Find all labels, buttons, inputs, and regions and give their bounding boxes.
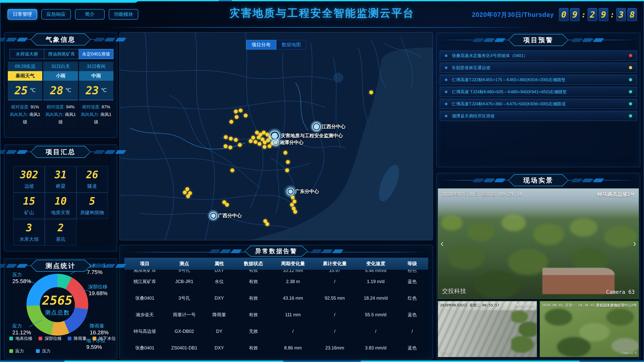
project-dot-marker[interactable] xyxy=(183,191,187,194)
stat-slope: 302边坡 xyxy=(13,166,45,193)
table-row[interactable]: 张桑0401ZS0401-DB1 DXY有效 8.86 mm23.16mm 3.… xyxy=(124,340,428,356)
callout-deep-displacement: 深部位移19.68% xyxy=(88,284,107,297)
project-dot-marker[interactable] xyxy=(186,194,190,198)
project-dot-marker[interactable] xyxy=(185,187,189,191)
project-dot-marker[interactable] xyxy=(265,133,269,137)
thumb-brand: 交投科技 xyxy=(440,350,454,355)
project-dot-marker[interactable] xyxy=(369,90,373,94)
project-dot-marker[interactable] xyxy=(257,135,261,139)
camera-thumb-grass[interactable]: 2020-06-01 星期一 18:36:41 娄底固体废物处理中心2号 Cam… xyxy=(540,301,639,357)
weather-time: 31日夜间 xyxy=(79,62,113,71)
chart-legend-row1: 地表位移 深部位移 降雨量 地下水位 xyxy=(9,336,115,341)
weather-site-tabs: 水府庙大桥 滑油洞尾矿库 永定0401滑坡 xyxy=(10,49,113,59)
nav-emergency-response[interactable]: 应急响应 xyxy=(41,9,71,20)
table-row[interactable]: 湘乡壶天雨量计一号 降雨量有效 111 mm/ 55.5 mm/d蓝色 xyxy=(124,306,428,323)
monitoring-center-marker[interactable]: 广东分中心 xyxy=(287,188,294,195)
project-dot-marker[interactable] xyxy=(238,143,242,147)
project-dot-marker[interactable] xyxy=(254,140,257,144)
project-dot-marker[interactable] xyxy=(286,160,290,164)
donut-ring[interactable] xyxy=(26,274,88,336)
thumb-title: 泄水坝1号坝 xyxy=(515,303,535,308)
prev-camera-arrow[interactable]: ‹ xyxy=(440,239,444,248)
thumb-timestamp: 2020-06-01 星期一 18:36:41 xyxy=(542,303,595,308)
project-dot-marker[interactable] xyxy=(225,203,229,207)
project-dot-marker[interactable] xyxy=(224,144,227,148)
nav-function-modules[interactable]: 功能模块 xyxy=(109,9,138,20)
monitoring-center-marker[interactable]: 广西分中心 xyxy=(210,212,217,219)
alarm-panel-title: 异常数据告警 xyxy=(255,247,297,255)
project-dot-marker[interactable] xyxy=(293,200,296,203)
weather-time: 09:29实况 xyxy=(8,62,42,71)
project-dot-marker[interactable] xyxy=(229,120,233,124)
legend-pressure[interactable]: 压力 xyxy=(36,348,51,354)
clock-colon: : xyxy=(610,10,615,19)
table-row[interactable]: 钟马高边坡GX-DB02 DY无效 // // xyxy=(124,323,428,340)
tab-project-distribution[interactable]: 项目分布 xyxy=(246,40,276,50)
project-dot-marker[interactable] xyxy=(291,196,295,199)
project-dot-marker[interactable] xyxy=(255,131,259,134)
project-dot-marker[interactable] xyxy=(263,145,266,149)
table-row[interactable]: 桃江尾矿库JCB-JR1 水位有效 2.38 m/ 1.19 m/d蓝色 xyxy=(124,273,428,290)
project-dot-marker[interactable] xyxy=(224,135,228,139)
camera-brand: 交投科技 xyxy=(442,287,466,295)
warning-item[interactable]: 仁博高速TJ24标K475+360～K475+500(K936+300)右侧路堤 xyxy=(440,99,637,109)
project-dot-marker[interactable] xyxy=(234,138,238,142)
legend-rainfall[interactable]: 降雨量 xyxy=(68,336,87,341)
monitoring-center-marker[interactable]: 湘潭分中心 xyxy=(272,139,279,146)
project-dot-marker[interactable] xyxy=(290,203,294,207)
project-dot-marker[interactable] xyxy=(249,139,253,143)
table-row[interactable]: 湘潭尾矿库5号孔 DXY有效 10.12 mm15.97 5.46 mm/d橙色 xyxy=(124,270,428,273)
summary-panel-header: 项目汇总 xyxy=(4,145,117,159)
dashboard: 日常管理 应急响应 简介 功能模块 灾害地质与工程安全智能监测云平台 2020年… xyxy=(0,0,644,362)
project-dot-marker[interactable] xyxy=(229,137,233,141)
weather-tab-shuifumiao[interactable]: 水府庙大桥 xyxy=(10,49,44,59)
legend-groundwater[interactable]: 地下水位 xyxy=(93,336,116,341)
warning-item[interactable]: 张桑高速永定服务区4号滑坡体（0401） xyxy=(440,51,637,61)
tab-data-map[interactable]: 数据地图 xyxy=(276,40,306,50)
page-title: 灾害地质与工程安全智能监测云平台 xyxy=(229,6,415,20)
project-dot-marker[interactable] xyxy=(284,151,287,155)
warning-item[interactable]: 湘潭县天易经开区滑坡 xyxy=(440,111,637,121)
warning-item[interactable]: 仁博高速 TJ24标K480+635～K480+940(K941+650)右侧路… xyxy=(440,87,637,97)
project-dot-marker[interactable] xyxy=(234,110,238,113)
project-dot-marker[interactable] xyxy=(244,114,248,117)
camera-timestamp: 2020年07月30日 星期四 09:29:34 xyxy=(441,191,522,198)
bullet-icon xyxy=(445,103,447,105)
camera-thumb-slope[interactable]: 2020年06月02日 星期二 06:55:57 泄水坝1号坝 交投科技 xyxy=(438,301,537,357)
nav-daily-management[interactable]: 日常管理 xyxy=(8,9,37,20)
legend-surface-displacement[interactable]: 地表位移 xyxy=(9,336,32,341)
weather-tab-huayoudong[interactable]: 滑油洞尾矿库 xyxy=(44,49,79,59)
legend-deep-displacement[interactable]: 深部位移 xyxy=(38,336,62,341)
weather-temp: 25℃ xyxy=(8,81,42,100)
map-center-markers: 江西分中心灾害地质与工程安全监测中心湘潭分中心广东分中心广西分中心 xyxy=(120,32,433,240)
monitoring-center-marker[interactable]: 江西分中心 xyxy=(312,122,321,131)
warning-list: 张桑高速永定服务区4号滑坡体（0401） 长韶娄道林互通边坡 仁博高速TJ22标… xyxy=(440,51,637,121)
points-panel-title: 测点统计 xyxy=(46,261,76,270)
project-dot-marker[interactable] xyxy=(285,168,289,172)
project-dot-marker[interactable] xyxy=(265,222,269,226)
table-row[interactable]: 张桑04013号孔 DXY有效 43.16 mm92.55 mm 18.24 m… xyxy=(124,290,428,306)
status-dot xyxy=(629,66,632,69)
project-dot-marker[interactable] xyxy=(262,131,266,134)
next-camera-arrow[interactable]: › xyxy=(633,239,636,248)
project-dot-marker[interactable] xyxy=(239,109,243,112)
warning-item[interactable]: 长韶娄道林互通边坡 xyxy=(440,63,637,73)
warning-item[interactable]: 仁博高速TJ22标K455+175～K455+360(K916+200)右侧路堑 xyxy=(440,75,637,85)
project-dot-marker[interactable] xyxy=(228,146,232,149)
camera-main-view[interactable]: 2020年07月30日 星期四 09:29:34 钟马路高边坡1号 交投科技 C… xyxy=(438,188,639,299)
clock-digit: 9 xyxy=(599,8,608,21)
project-dot-marker[interactable] xyxy=(235,115,238,119)
header-stripes-right xyxy=(573,38,603,42)
nav-intro[interactable]: 简介 xyxy=(75,9,105,20)
project-dot-marker[interactable] xyxy=(230,168,234,172)
weather-condition: 中雨 xyxy=(79,71,113,81)
legend-stress[interactable]: 应力 xyxy=(9,348,24,354)
weather-temp: 23℃ xyxy=(79,81,113,100)
project-dot-marker[interactable] xyxy=(258,142,261,146)
bullet-icon xyxy=(445,55,447,57)
project-dot-marker[interactable] xyxy=(268,144,271,148)
weather-tab-yongding[interactable]: 永定0401滑坡 xyxy=(79,49,113,59)
project-dot-marker[interactable] xyxy=(251,136,255,140)
stat-bridge: 31桥梁 xyxy=(45,166,76,193)
project-dot-marker[interactable] xyxy=(293,210,297,214)
